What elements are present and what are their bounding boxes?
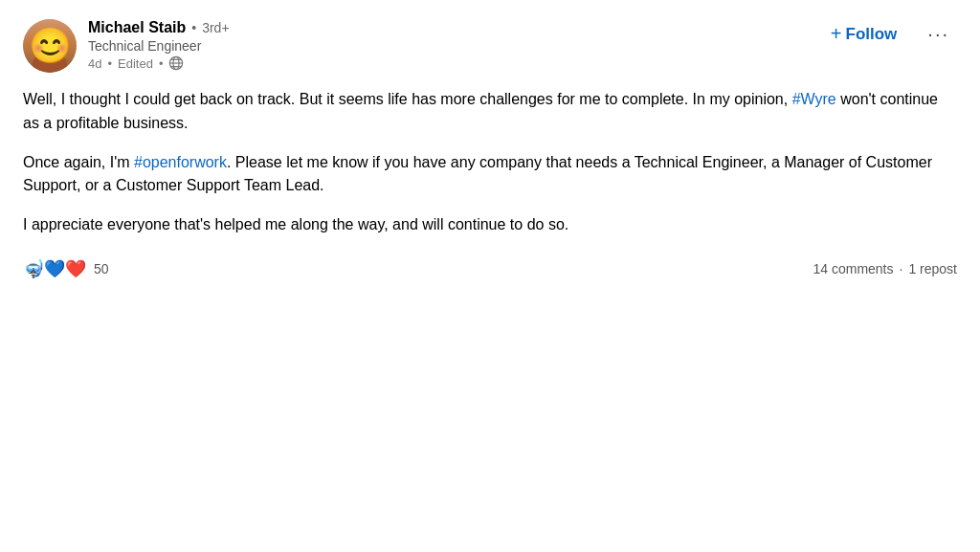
post-paragraph-2: Once again, I'm #openforwork. Please let… (23, 151, 957, 199)
user-name[interactable]: Michael Staib (88, 19, 186, 36)
user-name-row: Michael Staib • 3rd+ (88, 19, 230, 36)
post-meta: 4d • Edited • (88, 55, 230, 71)
post-card: Michael Staib • 3rd+ Technical Engineer … (0, 0, 980, 552)
name-dot: • (191, 20, 196, 35)
avatar[interactable] (23, 19, 77, 73)
reaction-emoji-blue-heart: 💙 (44, 260, 65, 277)
connection-degree: 3rd+ (202, 20, 229, 35)
header-left: Michael Staib • 3rd+ Technical Engineer … (23, 19, 230, 73)
post-paragraph-3: I appreciate everyone that's helped me a… (23, 213, 957, 237)
paragraph2-start: Once again, I'm (23, 154, 134, 170)
meta-dot2: • (159, 56, 164, 71)
reaction-emoji-heart: ❤️ (65, 260, 86, 277)
post-footer: 🤿 💙 ❤️ 50 14 comments · 1 repost (23, 256, 957, 277)
user-title: Technical Engineer (88, 38, 230, 54)
edited-label: Edited (118, 56, 153, 71)
follow-label: Follow (846, 25, 898, 44)
paragraph1-text: Well, I thought I could get back on trac… (23, 91, 792, 107)
post-time: 4d (88, 56, 101, 71)
more-options-icon: ··· (927, 23, 949, 45)
hashtag-openforwork[interactable]: #openforwork (134, 154, 227, 170)
post-content: Well, I thought I could get back on trac… (23, 88, 957, 237)
repost-count[interactable]: 1 repost (908, 261, 957, 276)
meta-dot1: • (107, 56, 112, 71)
engagement-stats: 14 comments · 1 repost (813, 261, 957, 276)
reaction-icons: 🤿 💙 ❤️ (23, 260, 86, 277)
reaction-count: 50 (94, 261, 109, 276)
more-options-button[interactable]: ··· (920, 19, 957, 49)
follow-plus-icon: + (831, 23, 842, 45)
post-paragraph-1: Well, I thought I could get back on trac… (23, 88, 957, 136)
follow-button[interactable]: + Follow (823, 19, 905, 49)
reactions[interactable]: 🤿 💙 ❤️ 50 (23, 260, 109, 277)
stats-dot: · (900, 261, 903, 276)
reaction-emoji-swim: 🤿 (23, 260, 44, 277)
globe-icon (168, 55, 184, 71)
header-right: + Follow ··· (823, 19, 957, 49)
hashtag-wyre[interactable]: #Wyre (792, 91, 836, 107)
user-info: Michael Staib • 3rd+ Technical Engineer … (88, 19, 230, 71)
post-header: Michael Staib • 3rd+ Technical Engineer … (23, 19, 957, 73)
comments-count[interactable]: 14 comments (813, 261, 893, 276)
